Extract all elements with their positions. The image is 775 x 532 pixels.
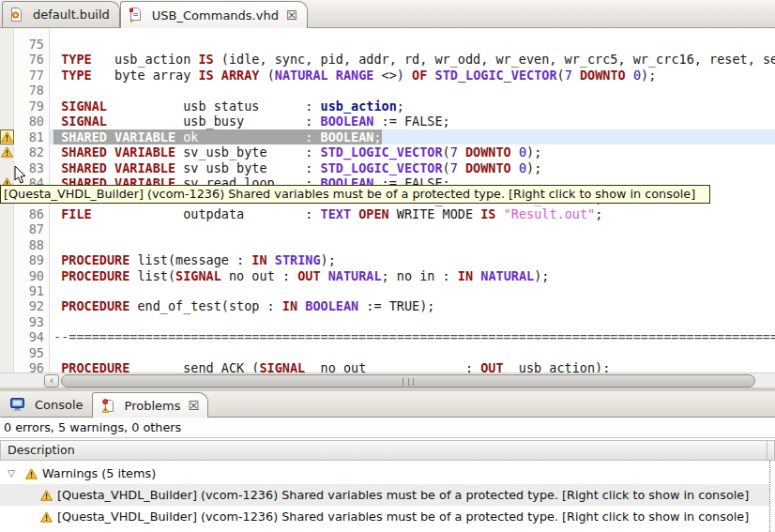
problems-summary: 0 errors, 5 warnings, 0 others — [0, 418, 775, 438]
code-text[interactable] — [50, 283, 775, 298]
group-label: Warnings (5 items) — [42, 466, 156, 480]
warning-icon — [40, 490, 53, 501]
code-text[interactable]: TYPE byte_array IS ARRAY (NATURAL RANGE … — [50, 68, 775, 83]
code-line-87[interactable]: 87 — [0, 221, 775, 236]
mouse-cursor — [14, 166, 27, 185]
code-line-80[interactable]: 80 SIGNAL usb_busy : BOOLEAN := FALSE; — [0, 114, 775, 129]
tab-problems[interactable]: Problems ☒ — [92, 392, 209, 418]
editor-horizontal-scrollbar[interactable]: ‹ — [0, 372, 775, 388]
scroll-left-button[interactable]: ‹ — [44, 374, 59, 388]
gutter-cell — [0, 283, 15, 298]
code-text[interactable]: PROCEDURE list(message : IN STRING); — [50, 252, 775, 267]
code-text[interactable]: FILE outpdata : TEXT OPEN WRITE_MODE IS … — [50, 206, 775, 221]
code-text[interactable] — [50, 83, 775, 98]
gutter-cell — [0, 206, 15, 221]
problems-icon — [101, 399, 114, 413]
code-line-77[interactable]: 77 TYPE byte_array IS ARRAY (NATURAL RAN… — [0, 68, 775, 83]
line-number: 86 — [15, 206, 50, 221]
tab-usb-commands-vhd[interactable]: USB_Commands.vhd ☒ — [120, 1, 308, 28]
warning-icon — [1, 146, 13, 158]
line-number: 78 — [15, 83, 50, 98]
code-text[interactable]: PROCEDURE send_ACK (SIGNAL no_out : OUT … — [50, 360, 775, 372]
warning-message: [Questa_VHDL_Builder] (vcom-1236) Shared… — [57, 509, 749, 524]
code-line-86[interactable]: 86 FILE outpdata : TEXT OPEN WRITE_MODE … — [0, 206, 775, 221]
gutter-cell — [0, 37, 15, 52]
code-line-95[interactable]: 95 — [0, 345, 775, 360]
column-header-description[interactable]: Description — [0, 440, 767, 461]
gutter-cell — [0, 221, 15, 236]
line-number: 93 — [15, 314, 50, 329]
gutter-cell — [0, 345, 15, 360]
line-number: 89 — [15, 252, 50, 267]
line-number: 80 — [15, 114, 50, 129]
close-icon[interactable]: ☒ — [189, 399, 200, 413]
line-number: 88 — [15, 237, 50, 252]
gutter-cell — [0, 114, 15, 129]
gutter-cell — [0, 360, 15, 372]
code-text[interactable] — [50, 37, 775, 52]
warning-annotation-icon[interactable] — [0, 144, 15, 160]
code-line-79[interactable]: 79 SIGNAL usb_status : usb_action; — [0, 99, 775, 114]
gutter-cell — [0, 237, 15, 252]
line-number: 82 — [15, 144, 50, 160]
code-text[interactable]: SIGNAL usb_busy : BOOLEAN := FALSE; — [50, 114, 775, 129]
scrollbar-grip — [403, 378, 414, 386]
scrollbar-handle[interactable] — [61, 374, 755, 388]
tab-label: USB_Commands.vhd — [152, 8, 279, 23]
gutter-cell — [0, 329, 15, 344]
warning-row-2[interactable]: [Questa_VHDL_Builder] (vcom-1236) Shared… — [0, 506, 775, 527]
code-line-93[interactable]: 93 — [0, 314, 775, 329]
code-text[interactable]: SIGNAL usb_status : usb_action; — [50, 99, 775, 114]
code-line-91[interactable]: 91 — [0, 283, 775, 298]
line-number: 79 — [15, 99, 50, 114]
problems-vertical-scrollbar[interactable] — [769, 461, 775, 532]
code-line-88[interactable]: 88 — [0, 237, 775, 252]
gutter-cell — [0, 52, 15, 67]
line-number: 75 — [15, 37, 50, 52]
code-line-81[interactable]: 81 SHARED VARIABLE ok : BOOLEAN; — [0, 129, 775, 144]
code-text[interactable]: --======================================… — [50, 329, 775, 344]
problems-table: Description ▽ Warnings (5 items) [Questa… — [0, 438, 775, 532]
code-text[interactable] — [50, 221, 775, 236]
tab-label: Problems — [125, 399, 181, 413]
code-text[interactable]: SHARED VARIABLE ok : BOOLEAN; — [50, 129, 775, 144]
code-line-90[interactable]: 90 PROCEDURE list(SIGNAL no_out : OUT NA… — [0, 268, 775, 283]
gutter-cell — [0, 298, 15, 313]
code-text[interactable] — [50, 345, 775, 360]
gutter-cell — [0, 83, 15, 98]
code-line-94[interactable]: 94--====================================… — [0, 329, 775, 344]
code-line-96[interactable]: 96 PROCEDURE send_ACK (SIGNAL no_out : O… — [0, 360, 775, 372]
table-header-corner — [767, 440, 775, 461]
tab-console[interactable]: Console — [2, 392, 92, 417]
code-line-92[interactable]: 92 PROCEDURE end_of_test(stop : IN BOOLE… — [0, 298, 775, 313]
code-line-89[interactable]: 89 PROCEDURE list(message : IN STRING); — [0, 252, 775, 267]
code-text[interactable]: SHARED VARIABLE sv_usb_byte : STD_LOGIC_… — [50, 160, 775, 175]
warning-annotation-icon[interactable] — [0, 129, 15, 144]
code-text[interactable] — [50, 237, 775, 252]
tab-default-build[interactable]: default.build — [2, 1, 120, 27]
collapse-expander-icon[interactable]: ▽ — [5, 468, 18, 479]
bottom-panel: Console Problems ☒ 0 errors, 5 warnings,… — [0, 391, 775, 532]
line-number: 90 — [15, 268, 50, 283]
selected-text: SHARED VARIABLE ok : BOOLEAN; — [53, 129, 382, 144]
table-header-row: Description — [0, 440, 775, 461]
code-editor[interactable]: 7576 TYPE usb_action IS (idle, sync, pid… — [0, 28, 775, 372]
code-line-75[interactable]: 75 — [0, 37, 775, 52]
code-line-83[interactable]: 83 SHARED VARIABLE sv_usb_byte : STD_LOG… — [0, 160, 775, 175]
warning-icon — [1, 131, 13, 143]
code-text[interactable]: PROCEDURE end_of_test(stop : IN BOOLEAN … — [50, 298, 775, 313]
code-text[interactable]: PROCEDURE list(SIGNAL no_out : OUT NATUR… — [50, 268, 775, 283]
code-line-76[interactable]: 76 TYPE usb_action IS (idle, sync, pid, … — [0, 52, 775, 67]
line-number: 96 — [15, 360, 50, 372]
code-text[interactable]: TYPE usb_action IS (idle, sync, pid, add… — [50, 52, 775, 67]
code-text[interactable] — [50, 314, 775, 329]
vhdl-file-warning-icon — [129, 8, 142, 23]
close-icon[interactable]: ☒ — [286, 8, 297, 23]
tab-label: Console — [35, 398, 84, 412]
code-line-78[interactable]: 78 — [0, 83, 775, 98]
gutter-cell — [0, 314, 15, 329]
code-line-82[interactable]: 82 SHARED VARIABLE sv_usb_byte : STD_LOG… — [0, 144, 775, 160]
warnings-group-row[interactable]: ▽ Warnings (5 items) — [0, 463, 775, 484]
code-text[interactable]: SHARED VARIABLE sv_usb_byte : STD_LOGIC_… — [50, 144, 775, 160]
warning-row-1[interactable]: [Questa_VHDL_Builder] (vcom-1236) Shared… — [0, 484, 775, 506]
